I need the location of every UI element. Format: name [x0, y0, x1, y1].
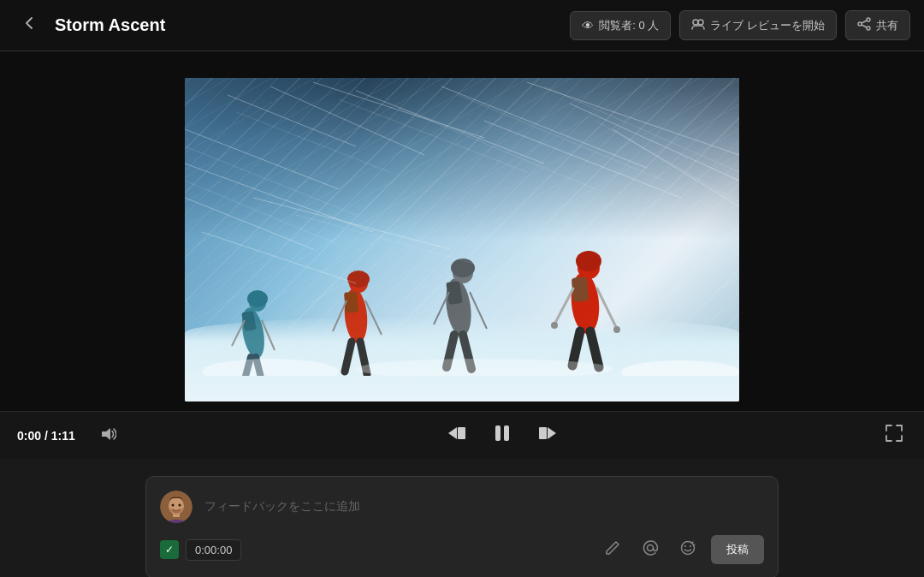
svg-point-41 — [202, 359, 339, 376]
viewers-button[interactable]: 👁 閲覧者: 0 人 — [570, 11, 671, 40]
video-container — [0, 51, 924, 411]
header-right: 👁 閲覧者: 0 人 ライブ レビューを開始 — [570, 10, 910, 40]
svg-point-77 — [172, 504, 175, 507]
live-review-button[interactable]: ライブ レビューを開始 — [679, 10, 837, 40]
svg-line-37 — [597, 288, 617, 329]
current-time: 0:00 — [17, 429, 41, 443]
video-frame[interactable] — [185, 78, 739, 402]
svg-point-81 — [684, 545, 686, 547]
svg-line-22 — [333, 300, 346, 331]
svg-line-36 — [590, 331, 599, 367]
svg-rect-73 — [539, 427, 547, 439]
svg-point-40 — [551, 322, 558, 329]
svg-point-78 — [179, 504, 181, 507]
svg-point-0 — [693, 20, 698, 25]
pencil-button[interactable] — [598, 537, 627, 563]
svg-line-19 — [345, 342, 352, 372]
timestamp-check: ✓ 0:00:00 — [160, 539, 241, 561]
svg-marker-67 — [102, 428, 110, 440]
svg-point-43 — [621, 360, 739, 376]
check-icon: ✓ — [165, 544, 174, 556]
playback-controls — [443, 419, 561, 452]
page-title: Storm Ascent — [55, 15, 165, 35]
svg-point-79 — [648, 544, 654, 550]
controls-bar: 0:00 / 1:11 — [0, 411, 924, 459]
svg-point-80 — [682, 541, 695, 554]
comment-toolbar: ✓ 0:00:00 — [160, 535, 764, 564]
fullscreen-button[interactable] — [881, 420, 907, 450]
viewers-label: 閲覧者: 0 人 — [599, 18, 659, 33]
svg-line-12 — [232, 320, 245, 346]
svg-rect-70 — [495, 425, 500, 441]
svg-point-39 — [613, 326, 620, 333]
comment-input-row: フィードバックをここに追加 — [160, 491, 764, 523]
svg-point-1 — [698, 20, 703, 25]
svg-point-82 — [690, 545, 691, 547]
time-display: 0:00 / 1:11 — [17, 429, 86, 443]
pause-button[interactable] — [488, 419, 517, 452]
mention-button[interactable] — [636, 537, 665, 563]
volume-button[interactable] — [92, 422, 123, 449]
live-icon — [691, 17, 705, 33]
svg-point-33 — [576, 251, 601, 271]
comment-placeholder[interactable]: フィードバックをここに追加 — [204, 499, 764, 515]
rewind-button[interactable] — [443, 419, 471, 451]
svg-line-29 — [470, 292, 487, 329]
back-button[interactable] — [14, 11, 44, 39]
share-button[interactable]: 共有 — [845, 10, 910, 40]
header-left: Storm Ascent — [14, 11, 570, 39]
svg-marker-68 — [448, 427, 457, 439]
svg-point-25 — [451, 259, 475, 277]
svg-line-35 — [572, 331, 580, 366]
timestamp-checkbox[interactable]: ✓ — [160, 540, 179, 559]
total-time: 1:11 — [51, 429, 75, 443]
svg-rect-69 — [458, 427, 465, 439]
forward-button[interactable] — [534, 419, 561, 451]
svg-rect-71 — [504, 425, 509, 441]
svg-marker-72 — [548, 427, 556, 439]
share-label: 共有 — [876, 18, 898, 33]
svg-point-17 — [347, 271, 370, 288]
post-button[interactable]: 投稿 — [711, 535, 764, 564]
avatar — [160, 491, 192, 523]
comment-area: フィードバックをここに追加 ✓ 0:00:00 — [0, 459, 924, 577]
comment-box: フィードバックをここに追加 ✓ 0:00:00 — [145, 476, 779, 577]
live-review-label: ライブ レビューを開始 — [710, 18, 825, 33]
emoji-button[interactable] — [673, 537, 702, 563]
timestamp-value: 0:00:00 — [186, 539, 241, 561]
svg-line-21 — [365, 300, 382, 335]
time-separator: / — [44, 429, 51, 443]
svg-point-7 — [247, 290, 268, 307]
share-icon — [857, 17, 871, 33]
svg-line-38 — [554, 288, 573, 324]
header: Storm Ascent 👁 閲覧者: 0 人 ライブ レビューを開始 — [0, 0, 924, 51]
eye-icon: 👁 — [582, 19, 594, 33]
